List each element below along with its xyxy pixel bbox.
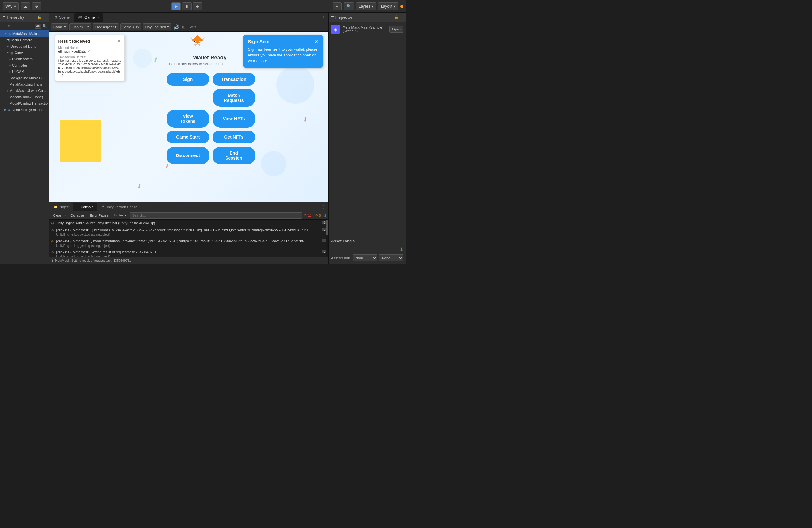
cloud-button[interactable]: ☁ [20,2,30,11]
undo-button[interactable]: ↩ [333,2,342,11]
console-tabs: 📁 Project ☰ Console ⎇ Unity Version Cont… [49,202,328,211]
tab-console[interactable]: ☰ Console [73,203,97,211]
console-scrollbar-track [326,219,328,257]
view-nfts-button[interactable]: View NFTs [213,110,255,128]
error-icon: ⊘ [304,213,307,217]
svg-point-7 [194,41,195,42]
add-label-button[interactable]: ⊕ [399,246,404,252]
more-icon: ⋮ [43,15,46,19]
hierarchy-item-directional-light[interactable]: ☀ Directional Light [0,43,49,49]
layers-label: Layers [359,4,370,9]
console-toolbar: Clear ▾ Collapse Error Pause Editor ▾ ⊘ [49,211,328,219]
game-buttons-grid: Sign Transaction Batch Requests View Tok… [166,73,255,165]
hierarchy-item-dontdestroy[interactable]: ▶ ◈ DontDestroyOnLoad ⋮ [0,106,49,113]
sign-button[interactable]: Sign [166,73,209,86]
warning-count: 0 [319,214,321,217]
inspector-body [329,37,406,236]
warning-icon: ⚠ [315,213,318,217]
transaction-button[interactable]: Transaction [213,73,255,86]
hierarchy-item-metamask-ui[interactable]: ○ MetaMask UI with Colored Backgro... [0,88,49,94]
inspector-obj-name: Meta Mask Main (Sample) (Scene / ? [343,25,387,33]
scale-control[interactable]: Scale ● 1x [120,24,142,30]
tab-game[interactable]: 🎮 Game × [74,13,103,22]
step-button[interactable]: ⏭ [193,2,202,11]
ww-button[interactable]: WW ▾ [2,2,19,11]
play-button[interactable]: ▶ [171,2,181,11]
dropdown-arrow: ▾ [115,25,117,29]
more-tabs-button[interactable]: ⋮ [319,15,327,20]
console-msg-audio[interactable]: ⊘ UnityEngine.AudioSource:PlayOneShot (U… [49,220,328,227]
hierarchy-item-modal-tx[interactable]: ○ ModalWindowTransaction(Clone) [0,100,49,106]
disconnect-button[interactable]: Disconnect [166,147,209,165]
end-session-button[interactable]: End Session [213,147,255,165]
display-dropdown[interactable]: Display 1 ▾ [70,24,91,30]
tab-version-control[interactable]: ⎇ Unity Version Control [97,203,142,211]
game-dropdown[interactable]: Game ▾ [51,24,68,30]
console-more-button[interactable]: ⋮ [319,205,327,209]
tab-project[interactable]: 📁 Project [50,203,73,211]
asset-bundle-select-2[interactable]: None [379,255,404,261]
batch-requests-button[interactable]: Batch Requests [213,89,255,106]
clear-button[interactable]: Clear [51,213,63,218]
layout-button[interactable]: Layout ▾ [378,2,398,11]
blob-2 [261,151,287,176]
result-popup-close[interactable]: ✕ [117,38,121,43]
pause-button[interactable]: ⏸ [182,2,192,11]
hierarchy-item-bg-music[interactable]: ○ Background Music Controller [0,75,49,81]
sign-popup-close[interactable]: ✕ [314,39,318,44]
game-start-button[interactable]: Game Start [166,131,209,143]
view-tokens-button[interactable]: View Tokens [166,110,209,128]
dash-3 [304,117,306,121]
console-panel: 📁 Project ☰ Console ⎇ Unity Version Cont… [49,202,328,264]
hierarchy-item-transport[interactable]: ○ MetaMaskUnityTransportBroadcast [0,81,49,88]
console-msg-2[interactable]: ⚠ [20:53:35] MetaMask: {"name":"metamask… [49,238,328,249]
console-msg-1[interactable]: ⚠ [20:53:35] MetaMask: [{"id":"00da81a7-… [49,227,328,238]
play-mode-dropdown[interactable]: Play Focused ▾ [143,24,172,30]
asset-bundle-select-1[interactable]: None [353,255,377,261]
project-tab-label: Project [59,205,70,209]
msg-sub-2: UnityEngine.Logger:Log (string,object) [56,244,320,248]
all-filter[interactable]: All [34,24,41,29]
console-scrollbar-thumb[interactable] [326,219,328,236]
hierarchy-item-uicam[interactable]: ○ UI CAM [0,69,49,75]
error-count: 114 [308,214,314,217]
hierarchy-item-metamask-main[interactable]: ▼ ◈ MetaMask Main (Sample) ⋮ [0,30,49,37]
aspect-dropdown[interactable]: Free Aspect ▾ [92,24,119,30]
inspector-obj-icon: ◈ [331,25,340,34]
hierarchy-list: ▼ ◈ MetaMask Main (Sample) ⋮ 📷 Main Came… [0,30,49,264]
more-button[interactable]: ⋮ [44,32,47,35]
inspector-icon-small: ☰ [331,16,334,19]
console-search-input[interactable] [130,212,302,219]
open-button[interactable]: Open [389,26,404,33]
scale-value: 1x [135,25,139,29]
editor-label: Editor [114,213,124,217]
console-msg-3[interactable]: ⚠ [20:53:35] MetaMask: Setting result of… [49,249,328,257]
hierarchy-item-eventsystem[interactable]: ○ EventSystem [0,56,49,62]
hierarchy-header: ☰ Hierarchy 🔒 ⋮ [0,13,49,22]
more-icon: ⋮ [400,15,404,19]
search-button[interactable]: 🔍 [344,2,354,11]
console-icon: ☰ [76,205,79,209]
collapse-button[interactable]: Collapse [69,213,86,218]
hierarchy-toolbar: + ▾ All 🔍 [0,22,49,30]
open-label: Open [392,27,401,31]
sign-popup-header: Sign Sent ✕ [248,39,318,44]
warn-msg-icon-1: ⚠ [51,228,54,232]
hierarchy-item-main-camera[interactable]: 📷 Main Camera [0,37,49,43]
add-button[interactable]: + [2,24,7,29]
hierarchy-item-controller[interactable]: ○ Controller [0,62,49,69]
svg-point-8 [200,41,201,42]
hierarchy-item-canvas[interactable]: ▼ ▦ Canvas [0,49,49,56]
settings-button[interactable]: ⚙ [32,2,41,11]
editor-button[interactable]: Editor ▾ [112,213,128,218]
game-view: Wallet Ready he buttons below to send ac… [49,32,328,202]
get-nfts-button[interactable]: Get NFTs [213,131,255,143]
error-pause-button[interactable]: Error Pause [88,213,111,218]
hierarchy-item-modal-window[interactable]: ○ ModalWindow(Clone) [0,94,49,100]
more-button-2[interactable]: ⋮ [45,108,48,112]
wallet-ready-title: Wallet Ready [193,55,227,61]
layout-label: Layout [381,4,392,9]
layers-button[interactable]: Layers ▾ [356,2,376,11]
svg-marker-4 [198,44,201,46]
tab-scene[interactable]: ⊞ Scene [50,13,74,22]
